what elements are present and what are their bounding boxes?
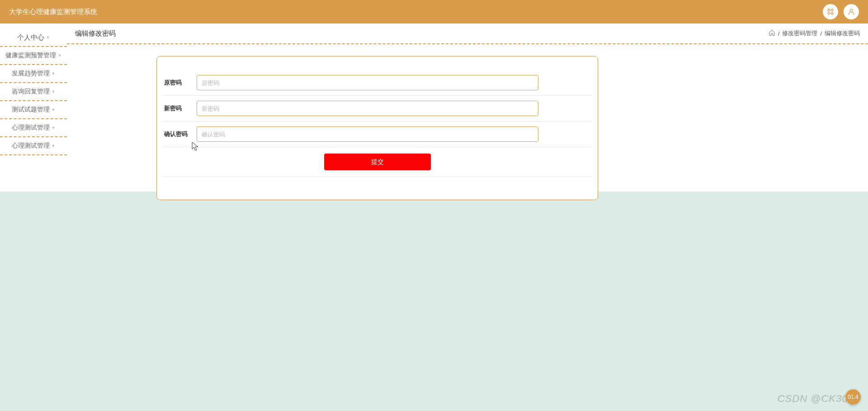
sidebar-item-label: 测试试题管理 (12, 106, 50, 114)
old-password-input[interactable] (197, 75, 538, 90)
float-badge[interactable]: 01.4 (845, 389, 861, 405)
sidebar-item-exam[interactable]: 测试试题管理 ▼ (0, 101, 67, 119)
new-password-input[interactable] (197, 101, 538, 116)
password-form-card: 原密码 新密码 确认密码 提交 (156, 56, 598, 200)
user-icon[interactable] (844, 4, 859, 19)
breadcrumb-current: 编辑修改密码 (825, 29, 860, 37)
sidebar-item-label: 心理测试管理 (12, 124, 50, 132)
chevron-down-icon: ▼ (52, 144, 56, 148)
new-password-label: 新密码 (162, 104, 197, 112)
sidebar-item-label: 发展趋势管理 (12, 70, 50, 78)
sidebar-item-label: 个人中心 (17, 33, 44, 42)
breadcrumb-sep: / (778, 30, 780, 37)
chevron-down-icon: ▼ (52, 107, 56, 112)
sidebar-item-label: 健康监测预警管理 (5, 51, 56, 60)
header-icons (823, 4, 859, 19)
form-row-new-password: 新密码 (162, 96, 592, 121)
sidebar-item-monitor[interactable]: 健康监测预警管理 ▼ (0, 47, 67, 65)
home-icon[interactable] (769, 29, 775, 37)
breadcrumb-sep: / (820, 30, 822, 37)
sidebar: 个人中心 ▼ 健康监测预警管理 ▼ 发展趋势管理 ▼ 咨询回复管理 ▼ 测试试题… (0, 23, 67, 191)
form-row-old-password: 原密码 (162, 70, 592, 96)
content-header: 编辑修改密码 / 修改密码管理 / 编辑修改密码 (67, 23, 868, 44)
sidebar-item-consult[interactable]: 咨询回复管理 ▼ (0, 83, 67, 101)
chevron-down-icon: ▼ (52, 126, 56, 130)
submit-row: 提交 (162, 147, 592, 177)
content: 编辑修改密码 / 修改密码管理 / 编辑修改密码 原密码 新密码 确认密码 (67, 23, 868, 191)
old-password-label: 原密码 (162, 79, 197, 87)
chevron-down-icon: ▼ (58, 53, 62, 58)
sidebar-item-test1[interactable]: 心理测试管理 ▼ (0, 119, 67, 137)
tools-icon[interactable] (823, 4, 838, 19)
sidebar-item-label: 咨询回复管理 (12, 88, 50, 96)
svg-point-0 (850, 9, 853, 12)
form-row-confirm-password: 确认密码 (162, 121, 592, 147)
main-container: 个人中心 ▼ 健康监测预警管理 ▼ 发展趋势管理 ▼ 咨询回复管理 ▼ 测试试题… (0, 23, 868, 191)
page-title: 编辑修改密码 (75, 29, 116, 38)
chevron-down-icon: ▼ (52, 89, 56, 94)
breadcrumb: / 修改密码管理 / 编辑修改密码 (769, 29, 860, 37)
sidebar-item-label: 心理测试管理 (12, 142, 50, 150)
chevron-down-icon: ▼ (46, 35, 50, 40)
confirm-password-label: 确认密码 (162, 130, 197, 138)
sidebar-item-trend[interactable]: 发展趋势管理 ▼ (0, 65, 67, 83)
confirm-password-input[interactable] (197, 126, 538, 142)
chevron-down-icon: ▼ (52, 71, 56, 76)
breadcrumb-item[interactable]: 修改密码管理 (782, 29, 817, 37)
app-title: 大学生心理健康监测管理系统 (9, 8, 97, 16)
sidebar-item-test2[interactable]: 心理测试管理 ▼ (0, 137, 67, 155)
submit-button[interactable]: 提交 (324, 154, 431, 170)
sidebar-item-personal[interactable]: 个人中心 ▼ (0, 29, 67, 47)
header: 大学生心理健康监测管理系统 (0, 0, 868, 23)
